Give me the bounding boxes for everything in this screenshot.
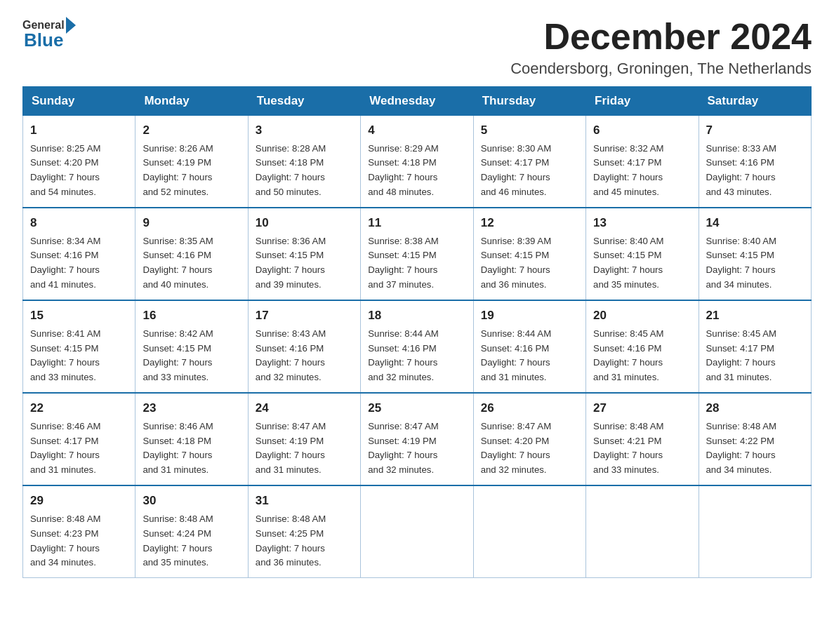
table-row: 24Sunrise: 8:47 AMSunset: 4:19 PMDayligh… bbox=[248, 393, 360, 485]
day-number: 28 bbox=[706, 399, 804, 417]
table-row: 26Sunrise: 8:47 AMSunset: 4:20 PMDayligh… bbox=[473, 393, 585, 485]
day-number: 21 bbox=[706, 307, 804, 325]
table-row: 29Sunrise: 8:48 AMSunset: 4:23 PMDayligh… bbox=[23, 485, 135, 578]
day-number: 29 bbox=[30, 492, 128, 510]
day-number: 14 bbox=[706, 214, 804, 232]
day-info: Sunrise: 8:44 AMSunset: 4:16 PMDaylight:… bbox=[368, 328, 438, 383]
day-number: 18 bbox=[368, 307, 465, 325]
day-number: 22 bbox=[30, 399, 128, 417]
day-info: Sunrise: 8:29 AMSunset: 4:18 PMDaylight:… bbox=[368, 143, 438, 198]
day-info: Sunrise: 8:30 AMSunset: 4:17 PMDaylight:… bbox=[481, 143, 551, 198]
day-number: 30 bbox=[143, 492, 240, 510]
calendar-week-row: 1Sunrise: 8:25 AMSunset: 4:20 PMDaylight… bbox=[23, 116, 812, 208]
table-row: 31Sunrise: 8:48 AMSunset: 4:25 PMDayligh… bbox=[248, 485, 360, 578]
day-number: 12 bbox=[481, 214, 578, 232]
table-row: 4Sunrise: 8:29 AMSunset: 4:18 PMDaylight… bbox=[361, 116, 473, 208]
day-info: Sunrise: 8:47 AMSunset: 4:19 PMDaylight:… bbox=[256, 421, 326, 476]
day-info: Sunrise: 8:39 AMSunset: 4:15 PMDaylight:… bbox=[481, 236, 551, 290]
day-info: Sunrise: 8:43 AMSunset: 4:16 PMDaylight:… bbox=[256, 328, 326, 383]
calendar-header-row: Sunday Monday Tuesday Wednesday Thursday… bbox=[23, 87, 812, 116]
calendar-week-row: 29Sunrise: 8:48 AMSunset: 4:23 PMDayligh… bbox=[23, 485, 812, 578]
table-row: 28Sunrise: 8:48 AMSunset: 4:22 PMDayligh… bbox=[699, 393, 811, 485]
day-info: Sunrise: 8:25 AMSunset: 4:20 PMDaylight:… bbox=[30, 143, 100, 198]
day-info: Sunrise: 8:33 AMSunset: 4:16 PMDaylight:… bbox=[706, 143, 776, 198]
day-info: Sunrise: 8:48 AMSunset: 4:22 PMDaylight:… bbox=[706, 421, 776, 476]
table-row: 5Sunrise: 8:30 AMSunset: 4:17 PMDaylight… bbox=[473, 116, 585, 208]
day-info: Sunrise: 8:48 AMSunset: 4:23 PMDaylight:… bbox=[30, 514, 100, 568]
day-info: Sunrise: 8:47 AMSunset: 4:20 PMDaylight:… bbox=[481, 421, 551, 476]
page-header: General Blue December 2024 Coendersborg,… bbox=[0, 0, 834, 86]
col-monday: Monday bbox=[135, 87, 248, 116]
day-number: 1 bbox=[30, 121, 128, 140]
day-info: Sunrise: 8:35 AMSunset: 4:16 PMDaylight:… bbox=[143, 236, 213, 290]
day-info: Sunrise: 8:36 AMSunset: 4:15 PMDaylight:… bbox=[256, 236, 326, 290]
day-number: 17 bbox=[256, 307, 353, 325]
table-row: 12Sunrise: 8:39 AMSunset: 4:15 PMDayligh… bbox=[473, 208, 585, 300]
day-number: 23 bbox=[143, 399, 240, 417]
col-sunday: Sunday bbox=[23, 87, 135, 116]
day-number: 25 bbox=[368, 399, 465, 417]
day-number: 9 bbox=[143, 214, 240, 232]
table-row: 2Sunrise: 8:26 AMSunset: 4:19 PMDaylight… bbox=[135, 116, 248, 208]
day-number: 16 bbox=[143, 307, 240, 325]
table-row: 18Sunrise: 8:44 AMSunset: 4:16 PMDayligh… bbox=[361, 300, 473, 393]
table-row: 17Sunrise: 8:43 AMSunset: 4:16 PMDayligh… bbox=[248, 300, 360, 393]
day-number: 26 bbox=[481, 399, 578, 417]
table-row: 10Sunrise: 8:36 AMSunset: 4:15 PMDayligh… bbox=[248, 208, 360, 300]
col-friday: Friday bbox=[586, 87, 699, 116]
day-number: 8 bbox=[30, 214, 128, 232]
day-number: 19 bbox=[481, 307, 578, 325]
table-row: 3Sunrise: 8:28 AMSunset: 4:18 PMDaylight… bbox=[248, 116, 360, 208]
day-number: 6 bbox=[593, 121, 691, 140]
day-number: 11 bbox=[368, 214, 465, 232]
table-row: 19Sunrise: 8:44 AMSunset: 4:16 PMDayligh… bbox=[473, 300, 585, 393]
day-number: 20 bbox=[593, 307, 691, 325]
day-number: 7 bbox=[706, 121, 804, 140]
day-info: Sunrise: 8:44 AMSunset: 4:16 PMDaylight:… bbox=[481, 328, 551, 383]
logo-arrow-icon bbox=[66, 17, 76, 34]
day-info: Sunrise: 8:26 AMSunset: 4:19 PMDaylight:… bbox=[143, 143, 213, 198]
day-number: 15 bbox=[30, 307, 128, 325]
day-number: 3 bbox=[256, 121, 353, 140]
table-row: 14Sunrise: 8:40 AMSunset: 4:15 PMDayligh… bbox=[699, 208, 811, 300]
calendar-week-row: 8Sunrise: 8:34 AMSunset: 4:16 PMDaylight… bbox=[23, 208, 812, 300]
table-row: 16Sunrise: 8:42 AMSunset: 4:15 PMDayligh… bbox=[135, 300, 248, 393]
day-info: Sunrise: 8:48 AMSunset: 4:21 PMDaylight:… bbox=[593, 421, 663, 476]
day-info: Sunrise: 8:45 AMSunset: 4:16 PMDaylight:… bbox=[593, 328, 663, 383]
table-row: 13Sunrise: 8:40 AMSunset: 4:15 PMDayligh… bbox=[586, 208, 699, 300]
day-number: 4 bbox=[368, 121, 465, 140]
table-row: 21Sunrise: 8:45 AMSunset: 4:17 PMDayligh… bbox=[699, 300, 811, 393]
day-number: 31 bbox=[256, 492, 353, 510]
day-number: 24 bbox=[256, 399, 353, 417]
month-title: December 2024 bbox=[510, 17, 812, 57]
day-info: Sunrise: 8:28 AMSunset: 4:18 PMDaylight:… bbox=[256, 143, 326, 198]
day-info: Sunrise: 8:40 AMSunset: 4:15 PMDaylight:… bbox=[706, 236, 776, 290]
table-row: 25Sunrise: 8:47 AMSunset: 4:19 PMDayligh… bbox=[361, 393, 473, 485]
col-saturday: Saturday bbox=[699, 87, 811, 116]
table-row: 6Sunrise: 8:32 AMSunset: 4:17 PMDaylight… bbox=[586, 116, 699, 208]
day-info: Sunrise: 8:42 AMSunset: 4:15 PMDaylight:… bbox=[143, 328, 213, 383]
day-info: Sunrise: 8:41 AMSunset: 4:15 PMDaylight:… bbox=[30, 328, 100, 383]
table-row: 7Sunrise: 8:33 AMSunset: 4:16 PMDaylight… bbox=[699, 116, 811, 208]
day-info: Sunrise: 8:48 AMSunset: 4:24 PMDaylight:… bbox=[143, 514, 213, 568]
table-row bbox=[586, 485, 699, 578]
day-number: 5 bbox=[481, 121, 578, 140]
day-number: 27 bbox=[593, 399, 691, 417]
table-row: 8Sunrise: 8:34 AMSunset: 4:16 PMDaylight… bbox=[23, 208, 135, 300]
day-info: Sunrise: 8:46 AMSunset: 4:17 PMDaylight:… bbox=[30, 421, 100, 476]
col-thursday: Thursday bbox=[473, 87, 585, 116]
table-row bbox=[699, 485, 811, 578]
table-row: 11Sunrise: 8:38 AMSunset: 4:15 PMDayligh… bbox=[361, 208, 473, 300]
table-row: 20Sunrise: 8:45 AMSunset: 4:16 PMDayligh… bbox=[586, 300, 699, 393]
table-row: 27Sunrise: 8:48 AMSunset: 4:21 PMDayligh… bbox=[586, 393, 699, 485]
day-info: Sunrise: 8:47 AMSunset: 4:19 PMDaylight:… bbox=[368, 421, 438, 476]
location-title: Coendersborg, Groningen, The Netherlands bbox=[510, 60, 812, 78]
table-row: 23Sunrise: 8:46 AMSunset: 4:18 PMDayligh… bbox=[135, 393, 248, 485]
day-info: Sunrise: 8:38 AMSunset: 4:15 PMDaylight:… bbox=[368, 236, 438, 290]
col-wednesday: Wednesday bbox=[361, 87, 473, 116]
title-block: December 2024 Coendersborg, Groningen, T… bbox=[510, 17, 812, 78]
day-number: 2 bbox=[143, 121, 240, 140]
table-row: 1Sunrise: 8:25 AMSunset: 4:20 PMDaylight… bbox=[23, 116, 135, 208]
logo: General Blue bbox=[22, 17, 76, 51]
day-info: Sunrise: 8:48 AMSunset: 4:25 PMDaylight:… bbox=[256, 514, 326, 568]
